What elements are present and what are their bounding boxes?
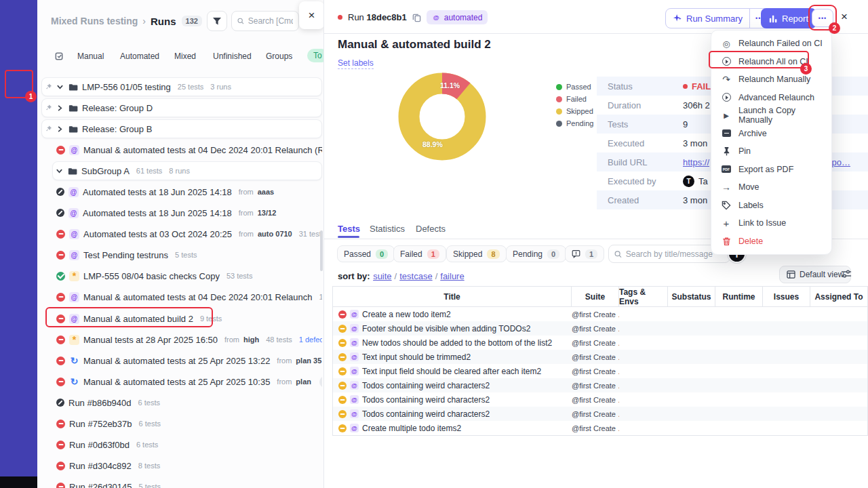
run-list-item[interactable]: @ Test Pending testruns 5 tests — [41, 245, 322, 264]
run-list-item[interactable]: Run #26d30145 5 tests — [41, 477, 322, 488]
column-assigned-to[interactable]: Assigned To — [810, 287, 867, 306]
table-row[interactable]: @New todos should be added to the bottom… — [333, 336, 867, 350]
table-header-row: Title Suite Tags & Envs Substatus Runtim… — [333, 287, 867, 307]
menu-item-link-to-issue[interactable]: + Link to Issue — [711, 214, 831, 232]
scrollbar[interactable] — [320, 230, 323, 271]
skipped-status-icon — [338, 424, 347, 432]
filter-tab-today[interactable]: To — [307, 49, 324, 62]
column-tags-envs[interactable]: Tags & Envs — [619, 287, 668, 306]
failed-legend-dot — [556, 96, 562, 102]
column-suite[interactable]: Suite — [572, 287, 619, 306]
folder-icon — [67, 166, 77, 176]
filter-tab-unfinished[interactable]: Unfinished — [213, 52, 252, 61]
run-list-item[interactable]: @ Automated tests at 18 Jun 2025 14:18 f… — [41, 203, 322, 222]
chip-comments[interactable]: 1 — [565, 245, 604, 262]
table-row[interactable]: @Text input should be trimmed2 @first Cr… — [333, 350, 867, 364]
run-title: Run #b86b940d — [68, 398, 132, 408]
sort-by-testcase[interactable]: testcase — [399, 271, 432, 281]
run-list-item[interactable]: ↻ Manual & automated tests at 25 Apr 202… — [41, 372, 322, 391]
breadcrumb-section[interactable]: Runs — [151, 16, 176, 27]
table-row[interactable]: @Todos containing weird characters2 @fir… — [333, 407, 867, 421]
run-title: Manual & automated tests at 04 Dec 2024 … — [83, 145, 322, 155]
breadcrumb-project[interactable]: Mixed Runs testing — [51, 16, 138, 26]
menu-item-labels[interactable]: Labels — [711, 197, 831, 215]
table-row[interactable]: @Todos containing weird characters2 @fir… — [333, 378, 867, 392]
menu-item-delete[interactable]: Delete — [711, 232, 831, 251]
chip-pending[interactable]: Pending0 — [506, 245, 566, 262]
run-list-item[interactable]: ↻ Manual & automated tests at 25 Apr 202… — [41, 351, 322, 370]
tests-search-input[interactable] — [626, 249, 724, 259]
run-list-item[interactable]: @ Automated tests at 03 Oct 2024 20:25 f… — [41, 224, 322, 243]
chevron-down-icon[interactable] — [56, 83, 64, 91]
menu-item-advanced-relaunch[interactable]: Advanced Relaunch — [711, 89, 831, 107]
run-list-item[interactable]: @ Manual & automated tests at 04 Dec 202… — [41, 287, 322, 306]
table-row[interactable]: @Create a new todo item2 @first Create … — [333, 307, 867, 321]
menu-item-archive[interactable]: Archive — [711, 125, 831, 143]
table-row[interactable]: @Create multiple todo items2 @first Crea… — [333, 421, 867, 435]
filter-tab-groups[interactable]: Groups — [266, 52, 292, 61]
menu-item-launch-copy-manually[interactable]: ▶ Launch a Copy Manually — [711, 106, 831, 125]
menu-item-move[interactable]: → Move — [711, 178, 831, 197]
run-list-item[interactable]: * LMP-555 08/04 basic checks Copy 53 tes… — [41, 266, 322, 285]
folder-row[interactable]: Release: Group D — [41, 98, 322, 117]
run-list-item[interactable]: @ Automated tests at 18 Jun 2025 14:18 f… — [41, 182, 322, 201]
select-all-icon[interactable] — [54, 51, 64, 63]
column-substatus[interactable]: Substatus — [668, 287, 715, 306]
run-defects-count[interactable]: 1 defects — [299, 336, 322, 344]
view-settings-sliders-icon[interactable] — [841, 268, 852, 282]
run-list-item[interactable]: * Manual tests at 28 Apr 2025 16:50 from… — [41, 330, 322, 349]
folder-title: LMP-556 01/05 testing — [82, 82, 171, 92]
menu-item-relaunch-manually[interactable]: ↷ Relaunch Manually — [711, 70, 831, 89]
table-row[interactable]: @Todos containing weird characters2 @fir… — [333, 392, 867, 407]
copy-icon[interactable] — [412, 13, 421, 22]
run-list-item[interactable]: Run #d304c892 8 tests — [41, 456, 322, 475]
column-issues[interactable]: Issues — [763, 287, 810, 306]
table-row[interactable]: @Text input field should be cleared afte… — [333, 364, 867, 378]
set-labels-link[interactable]: Set labels — [338, 58, 374, 69]
failed-status-icon — [56, 230, 65, 239]
chip-passed[interactable]: Passed0 — [337, 245, 395, 262]
chevron-down-icon[interactable] — [56, 167, 63, 175]
sort-bar: sort by: suite / testcase / failure — [338, 270, 465, 282]
chevron-right-icon[interactable] — [56, 125, 64, 133]
tab-defects[interactable]: Defects — [416, 224, 446, 234]
run-title: Automated tests at 18 Jun 2025 14:18 — [83, 208, 232, 218]
menu-item-export-pdf[interactable]: PDF Export as PDF — [711, 161, 831, 179]
sort-by-failure[interactable]: failure — [440, 271, 464, 281]
close-runs-panel-button[interactable]: × — [299, 1, 324, 29]
failed-status-icon — [338, 310, 347, 319]
folder-row[interactable]: SubGroup A 61 tests 8 runs — [52, 161, 322, 180]
chip-skipped[interactable]: Skipped8 — [446, 245, 507, 262]
run-list-item[interactable]: @ Manual & automated tests at 04 Dec 202… — [41, 140, 322, 159]
run-title: Automated tests at 18 Jun 2025 14:18 — [83, 187, 232, 197]
mixed-type-icon: ↻ — [69, 356, 79, 366]
search-input[interactable] — [248, 16, 293, 26]
filter-tab-automated[interactable]: Automated — [120, 52, 159, 61]
run-list-item[interactable]: Run #752eb37b 6 tests — [41, 414, 322, 433]
run-list-item[interactable]: Run #b86b940d 6 tests — [41, 393, 322, 412]
filter-button[interactable] — [207, 11, 227, 31]
filter-tab-mixed[interactable]: Mixed — [174, 52, 196, 61]
run-list-item[interactable]: Run #0d63f0bd 6 tests — [41, 435, 322, 454]
folder-row[interactable]: LMP-556 01/05 testing 25 tests 3 runs — [41, 77, 322, 96]
chevron-right-icon[interactable] — [56, 104, 64, 112]
chip-failed[interactable]: Failed1 — [393, 245, 446, 262]
tab-statistics[interactable]: Statistics — [370, 224, 405, 234]
tab-tests[interactable]: Tests — [338, 224, 360, 234]
build-url-link[interactable]: https:// — [683, 157, 709, 167]
folder-row[interactable]: Release: Group B — [41, 119, 322, 138]
menu-item-relaunch-failed-ci[interactable]: ◎ Relaunch Failed on CI — [711, 35, 831, 53]
runs-search[interactable] — [231, 11, 299, 31]
close-run-detail-button[interactable]: × — [841, 10, 848, 24]
run-summary-button[interactable]: Run Summary ••• — [665, 8, 770, 28]
build-url-link-end[interactable]: po… — [832, 157, 850, 167]
table-row[interactable]: @Footer should be visible when adding TO… — [333, 321, 867, 336]
sort-by-suite[interactable]: suite — [373, 271, 391, 281]
filter-tab-manual[interactable]: Manual — [77, 52, 104, 61]
menu-item-pin[interactable]: Pin — [711, 142, 831, 161]
from-label: from — [224, 336, 239, 344]
failed-dot-icon — [338, 15, 342, 20]
column-runtime[interactable]: Runtime — [715, 287, 763, 306]
run-tests-count: 10 tests — [319, 293, 323, 301]
column-title[interactable]: Title — [333, 287, 572, 306]
